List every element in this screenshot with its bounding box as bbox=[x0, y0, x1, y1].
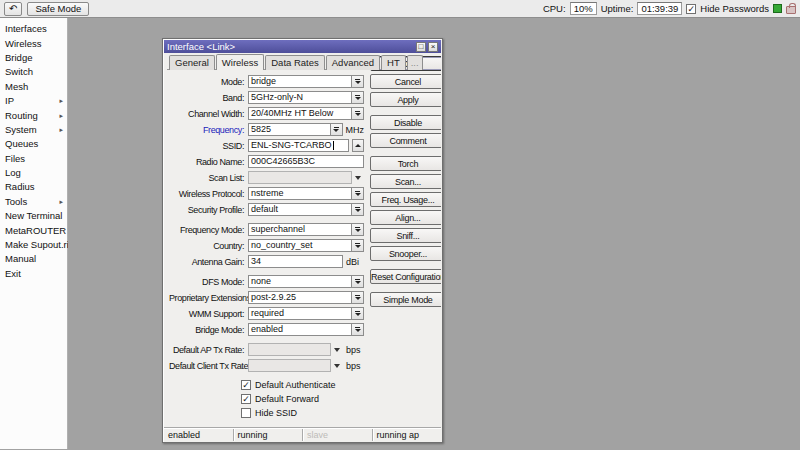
dropdown-icon[interactable] bbox=[352, 291, 364, 304]
disable-button[interactable]: Disable bbox=[370, 115, 441, 130]
cpu-value: 10% bbox=[570, 2, 597, 15]
submenu-arrow-icon: ▸ bbox=[59, 123, 63, 137]
dropdown-icon[interactable] bbox=[352, 187, 364, 200]
sidebar-item-mesh[interactable]: Mesh bbox=[0, 80, 67, 94]
sidebar-item-bridge[interactable]: Bridge bbox=[0, 51, 67, 65]
sidebar-item-manual[interactable]: Manual bbox=[0, 252, 67, 266]
country-value[interactable]: no_country_set bbox=[248, 239, 352, 252]
wireless-protocol-value[interactable]: nstreme bbox=[248, 187, 352, 200]
dropdown-icon[interactable] bbox=[331, 348, 343, 352]
comment-button[interactable]: Comment bbox=[370, 133, 441, 148]
ssid-input[interactable]: ENL-SNG-TCARBO bbox=[248, 139, 349, 152]
sidebar-item-queues[interactable]: Queues bbox=[0, 137, 67, 151]
default-forward-checkbox[interactable]: ✓ bbox=[241, 394, 251, 404]
default-ap-tx-rate-input[interactable] bbox=[248, 343, 331, 356]
maximize-icon[interactable]: □ bbox=[416, 42, 426, 52]
safe-mode-button[interactable]: Safe Mode bbox=[27, 2, 89, 16]
wireless-protocol-dropdown[interactable]: nstreme bbox=[248, 187, 364, 200]
scan-list-label: Scan List: bbox=[169, 173, 248, 183]
dropdown-icon[interactable] bbox=[352, 203, 364, 216]
simple-mode-button[interactable]: Simple Mode bbox=[370, 292, 441, 307]
bridge-mode-value[interactable]: enabled bbox=[248, 323, 352, 336]
field-row-scan-list: Scan List: bbox=[169, 171, 364, 184]
sidebar-item-routing[interactable]: Routing▸ bbox=[0, 108, 67, 122]
sniff-button[interactable]: Sniff... bbox=[370, 228, 441, 243]
bridge-mode-label: Bridge Mode: bbox=[169, 325, 248, 335]
wmm-support-value[interactable]: required bbox=[248, 307, 352, 320]
bridge-mode-dropdown[interactable]: enabled bbox=[248, 323, 364, 336]
sidebar-item-new-terminal[interactable]: New Terminal bbox=[0, 209, 67, 223]
radio-name-input[interactable]: 000C42665B3C bbox=[248, 155, 364, 168]
sidebar-item-ip[interactable]: IP▸ bbox=[0, 94, 67, 108]
tab-advanced[interactable]: Advanced bbox=[326, 55, 380, 70]
field-row-wmm-support: WMM Support: required bbox=[169, 307, 364, 320]
align-button[interactable]: Align... bbox=[370, 210, 441, 225]
tab-more[interactable]: ... bbox=[407, 55, 423, 70]
sidebar-item-system[interactable]: System▸ bbox=[0, 123, 67, 137]
frequency-value[interactable]: 5825 bbox=[248, 123, 331, 136]
sidebar-item-wireless[interactable]: Wireless bbox=[0, 36, 67, 50]
default-authenticate-checkbox[interactable]: ✓ bbox=[241, 380, 251, 390]
hide-passwords-checkbox[interactable]: ✓ bbox=[686, 4, 696, 14]
mode-value[interactable]: bridge bbox=[248, 75, 352, 88]
dialog-titlebar[interactable]: Interface <Link> □ × bbox=[164, 40, 441, 53]
channel-width-dropdown[interactable]: 20/40MHz HT Below bbox=[248, 107, 364, 120]
dropdown-icon[interactable] bbox=[352, 323, 364, 336]
frequency-dropdown[interactable]: 5825 bbox=[248, 123, 343, 136]
reset-configuration-button[interactable]: Reset Configuration bbox=[370, 269, 441, 284]
band-dropdown[interactable]: 5GHz-only-N bbox=[248, 91, 364, 104]
sidebar-item-switch[interactable]: Switch bbox=[0, 65, 67, 79]
undo-button[interactable]: ↶ bbox=[4, 2, 22, 16]
tab-ht[interactable]: HT bbox=[381, 55, 406, 70]
dropdown-icon[interactable] bbox=[331, 123, 343, 136]
snooper-button[interactable]: Snooper... bbox=[370, 246, 441, 261]
dropdown-icon[interactable] bbox=[352, 275, 364, 288]
security-profile-dropdown[interactable]: default bbox=[248, 203, 364, 216]
dropdown-icon[interactable] bbox=[352, 239, 364, 252]
torch-button[interactable]: Torch bbox=[370, 156, 441, 171]
tab-wireless[interactable]: Wireless bbox=[216, 54, 264, 70]
dropdown-icon[interactable] bbox=[352, 107, 364, 120]
sidebar-item-make-supout[interactable]: Make Supout.rif bbox=[0, 238, 67, 252]
wmm-support-dropdown[interactable]: required bbox=[248, 307, 364, 320]
dropdown-icon[interactable] bbox=[352, 91, 364, 104]
sidebar-item-tools[interactable]: Tools▸ bbox=[0, 195, 67, 209]
tab-general[interactable]: General bbox=[169, 55, 215, 70]
scan-button[interactable]: Scan... bbox=[370, 174, 441, 189]
dropdown-icon[interactable] bbox=[352, 176, 364, 180]
close-icon[interactable]: × bbox=[428, 42, 438, 52]
freq-usage-button[interactable]: Freq. Usage... bbox=[370, 192, 441, 207]
frequency-mode-value[interactable]: superchannel bbox=[248, 223, 352, 236]
sidebar-item-interfaces[interactable]: Interfaces bbox=[0, 22, 67, 36]
dropdown-icon[interactable] bbox=[352, 307, 364, 320]
collapse-toggle-button[interactable] bbox=[352, 139, 364, 152]
dfs-mode-dropdown[interactable]: none bbox=[248, 275, 364, 288]
dropdown-icon[interactable] bbox=[352, 75, 364, 88]
sidebar-item-files[interactable]: Files bbox=[0, 152, 67, 166]
apply-button[interactable]: Apply bbox=[370, 92, 441, 107]
sidebar-item-metarouter[interactable]: MetaROUTER bbox=[0, 223, 67, 237]
security-profile-value[interactable]: default bbox=[248, 203, 352, 216]
hide-ssid-checkbox[interactable] bbox=[241, 408, 251, 418]
sidebar-item-exit[interactable]: Exit bbox=[0, 267, 67, 281]
dfs-mode-value[interactable]: none bbox=[248, 275, 352, 288]
band-value[interactable]: 5GHz-only-N bbox=[248, 91, 352, 104]
frequency-mode-dropdown[interactable]: superchannel bbox=[248, 223, 364, 236]
country-dropdown[interactable]: no_country_set bbox=[248, 239, 364, 252]
mode-dropdown[interactable]: bridge bbox=[248, 75, 364, 88]
proprietary-extensions-dropdown[interactable]: post-2.9.25 bbox=[248, 291, 364, 304]
channel-width-value[interactable]: 20/40MHz HT Below bbox=[248, 107, 352, 120]
sidebar-item-radius[interactable]: Radius bbox=[0, 180, 67, 194]
dropdown-icon[interactable] bbox=[331, 364, 343, 368]
default-client-tx-rate-input[interactable] bbox=[248, 359, 331, 372]
antenna-gain-input[interactable]: 34 bbox=[248, 255, 343, 268]
proprietary-extensions-value[interactable]: post-2.9.25 bbox=[248, 291, 352, 304]
dropdown-icon[interactable] bbox=[352, 223, 364, 236]
sidebar-item-log[interactable]: Log bbox=[0, 166, 67, 180]
text-cursor bbox=[333, 141, 334, 150]
hide-passwords-label: Hide Passwords bbox=[700, 3, 769, 14]
cancel-button[interactable]: Cancel bbox=[370, 74, 441, 89]
scan-list-input[interactable] bbox=[248, 171, 352, 184]
tab-data-rates[interactable]: Data Rates bbox=[265, 55, 325, 70]
dialog-status-bar: enabled running slave running ap bbox=[164, 428, 441, 441]
